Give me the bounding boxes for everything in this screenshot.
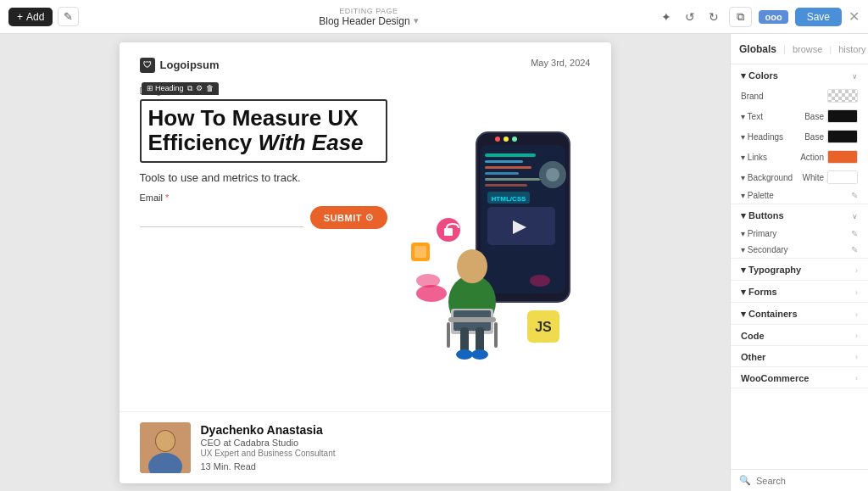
section-forms: ▾ Forms ›	[731, 281, 868, 303]
text-row: ▾ Text Base	[731, 106, 868, 126]
background-label: ▾ Background	[741, 173, 793, 182]
forms-header[interactable]: ▾ Forms ›	[731, 281, 868, 302]
heading-line1: How To Measure UX	[148, 105, 359, 131]
card-header: Logoipsum May 3rd, 2024	[120, 42, 611, 73]
email-row: SUBMIT ⊙	[140, 206, 387, 229]
brand-color-chip[interactable]	[827, 89, 858, 103]
brand-label: Brand	[741, 92, 764, 101]
svg-point-36	[512, 137, 517, 142]
svg-point-32	[416, 274, 440, 287]
topbar-center: EDITING PAGE Blog Header Design ▾	[86, 7, 651, 27]
email-required: *	[165, 192, 169, 203]
links-color-chip[interactable]	[827, 150, 858, 164]
typography-arrow: ›	[855, 266, 858, 275]
tab-browse[interactable]: browse	[793, 44, 822, 54]
svg-rect-19	[476, 327, 484, 353]
editing-label: EDITING PAGE	[339, 7, 398, 15]
brand-row: Brand	[731, 86, 868, 106]
copy-icon[interactable]: ⧉	[187, 84, 192, 93]
card-right: HTML/CSS JS	[387, 73, 591, 396]
svg-rect-22	[448, 317, 496, 322]
buttons-section-header[interactable]: ▾ Buttons ∨	[731, 204, 868, 226]
secondary-row: ▾ Secondary ✎	[731, 242, 868, 258]
headings-color-chip[interactable]	[827, 130, 858, 143]
svg-rect-3	[485, 160, 523, 163]
heading-italic: With Ease	[259, 130, 364, 155]
email-label: Email *	[140, 192, 387, 203]
sparkle-icon-button[interactable]: ✦	[658, 7, 675, 27]
svg-point-34	[495, 137, 500, 142]
colors-title: ▾ Colors	[741, 70, 778, 81]
tab-history[interactable]: history	[838, 44, 865, 54]
headings-label: ▾ Headings	[741, 132, 783, 142]
svg-point-40	[156, 431, 175, 451]
containers-title: ▾ Containers	[741, 309, 798, 320]
other-header[interactable]: Other ›	[731, 346, 868, 366]
background-row: ▾ Background White	[731, 167, 868, 187]
delete-icon[interactable]: 🗑	[206, 84, 214, 92]
author-avatar	[140, 422, 191, 473]
logo-text: Logoipsum	[160, 59, 220, 71]
page-name: Blog Header Design	[319, 15, 409, 27]
woocommerce-arrow: ›	[855, 374, 858, 382]
submit-button[interactable]: SUBMIT ⊙	[310, 206, 387, 229]
code-header[interactable]: Code ›	[731, 325, 868, 345]
other-title: Other	[741, 352, 765, 362]
containers-arrow: ›	[855, 310, 858, 319]
svg-point-33	[530, 275, 550, 287]
settings-icon[interactable]: ⚙	[196, 84, 203, 92]
svg-point-30	[546, 168, 559, 181]
other-arrow: ›	[855, 353, 858, 361]
edit-button[interactable]: ✎	[58, 7, 79, 26]
background-color-chip[interactable]	[827, 170, 858, 184]
save-button[interactable]: Save	[795, 8, 842, 26]
palette-row: ▾ Palette ✎	[731, 187, 868, 204]
svg-rect-4	[485, 166, 531, 169]
plus-icon: +	[17, 11, 23, 23]
typography-header[interactable]: ▾ Typography ›	[731, 259, 868, 280]
section-buttons: ▾ Buttons ∨ ▾ Primary ✎ ▾ Secondary ✎	[731, 204, 868, 259]
logo-icon	[140, 58, 155, 73]
colors-section-header[interactable]: ▾ Colors ∨	[731, 64, 868, 86]
section-containers: ▾ Containers ›	[731, 303, 868, 325]
close-button[interactable]: ✕	[849, 8, 860, 25]
page-name-dropdown[interactable]: ▾	[414, 15, 419, 26]
author-section: Dyachenko Anastasia CEO at Cadabra Studi…	[120, 411, 611, 483]
svg-rect-7	[485, 184, 527, 187]
tab-globals[interactable]: Globals	[739, 43, 776, 55]
svg-rect-6	[485, 178, 540, 181]
svg-rect-18	[460, 327, 469, 353]
redo-button[interactable]: ↻	[705, 7, 722, 27]
panel-tabs: Globals | browse | history ···	[731, 34, 868, 64]
add-button[interactable]: + Add	[8, 8, 53, 26]
heading-wrapper[interactable]: ⊞ Heading ⧉ ⚙ 🗑 How To Measure UX Effici…	[140, 99, 387, 164]
buttons-title: ▾ Buttons	[741, 210, 784, 221]
primary-edit-icon[interactable]: ✎	[851, 229, 858, 238]
author-name: Dyachenko Anastasia	[201, 423, 336, 437]
containers-header[interactable]: ▾ Containers ›	[731, 303, 868, 324]
search-input[interactable]	[756, 476, 868, 486]
email-input[interactable]	[140, 208, 303, 227]
topbar-right: ✦ ↺ ↻ ⧉ ooo Save ✕	[658, 7, 860, 27]
text-color-chip[interactable]	[827, 109, 858, 123]
panel-footer: 🔍 modified	[731, 469, 868, 491]
card-body: Design ⊞ Heading ⧉ ⚙ 🗑 How To Measure UX…	[120, 73, 611, 411]
panel-body: ▾ Colors ∨ Brand ▾ Text Base	[731, 64, 868, 469]
secondary-edit-icon[interactable]: ✎	[851, 245, 858, 254]
code-arrow: ›	[855, 332, 858, 340]
submit-arrow-icon: ⊙	[365, 212, 374, 223]
code-title: Code	[741, 331, 765, 341]
woocommerce-header[interactable]: WooCommerce ›	[731, 367, 868, 388]
palette-edit-icon[interactable]: ✎	[851, 191, 858, 200]
links-row: ▾ Links Action	[731, 147, 868, 167]
author-info: Dyachenko Anastasia CEO at Cadabra Studi…	[201, 423, 336, 471]
layers-button[interactable]: ⧉	[729, 7, 752, 27]
svg-rect-24	[494, 322, 498, 348]
svg-text:HTML/CSS: HTML/CSS	[491, 195, 526, 203]
forms-title: ▾ Forms	[741, 287, 777, 298]
date-text: May 3rd, 2024	[531, 58, 590, 68]
ooo-badge: ooo	[759, 10, 787, 24]
undo-button[interactable]: ↺	[682, 7, 698, 27]
canvas-area: Logoipsum May 3rd, 2024 Design ⊞ Heading…	[0, 34, 730, 491]
svg-rect-2	[485, 153, 536, 157]
